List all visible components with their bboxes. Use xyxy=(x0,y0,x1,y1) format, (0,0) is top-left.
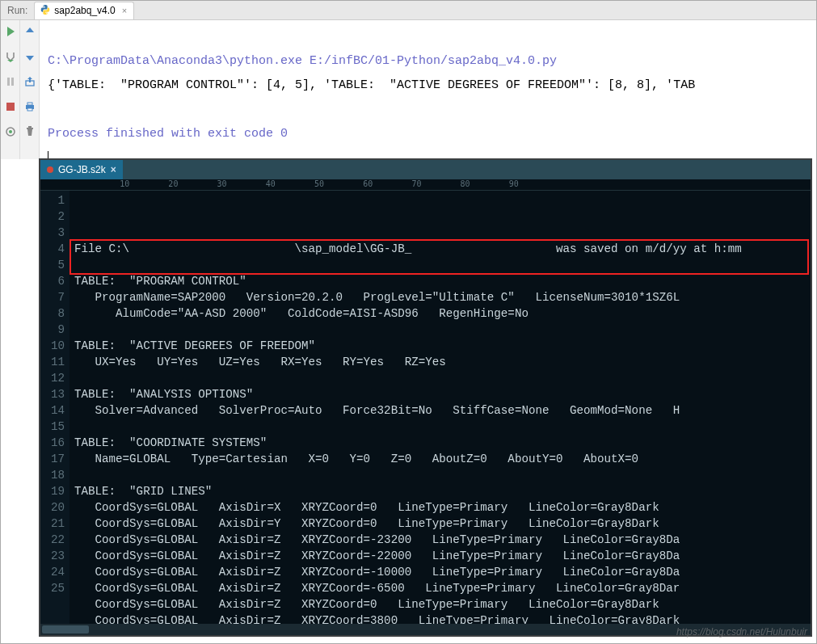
console-stdout: {'TABLE: "PROGRAM CONTROL"': [4, 5], 'TA… xyxy=(48,78,695,92)
line-number: 15 xyxy=(40,419,65,435)
code-line xyxy=(74,322,811,338)
line-number: 5 xyxy=(40,257,65,273)
console-finished: Process finished with exit code 0 xyxy=(48,127,288,141)
up-icon[interactable] xyxy=(23,25,36,40)
line-number: 4 xyxy=(40,241,65,257)
line-number: 12 xyxy=(40,370,65,386)
code-line: TABLE: "GRID LINES" xyxy=(74,483,811,499)
scrollbar-thumb[interactable] xyxy=(42,625,89,633)
code-line: AlumCode="AA-ASD 2000" ColdCode=AISI-ASD… xyxy=(74,305,811,322)
trash-icon[interactable] xyxy=(23,125,36,141)
ide-run-toolwindow: Run: sap2abq_v4.0 × C:\ProgramData\Anaco… xyxy=(1,1,816,159)
line-number: 20 xyxy=(40,499,65,516)
line-number: 8 xyxy=(40,305,65,322)
line-number: 6 xyxy=(40,273,65,289)
line-number: 21 xyxy=(40,516,65,532)
line-number: 18 xyxy=(40,467,65,483)
code-line xyxy=(74,419,811,435)
code-line: TABLE: "COORDINATE SYSTEMS" xyxy=(74,435,811,451)
line-number: 7 xyxy=(40,289,65,305)
run-gutter-left xyxy=(1,20,20,159)
code-line: CoordSys=GLOBAL AxisDir=Z XRYZCoord=3800… xyxy=(74,612,811,624)
line-number: 22 xyxy=(40,532,65,548)
run-tab-title: sap2abq_v4.0 xyxy=(54,5,115,16)
line-number: 11 xyxy=(40,354,65,370)
console-command: C:\ProgramData\Anaconda3\python.exe E:/i… xyxy=(48,54,557,68)
code-line: Solver=Advanced SolverProc=Auto Force32B… xyxy=(74,402,811,419)
down-icon[interactable] xyxy=(23,50,36,65)
line-number: 9 xyxy=(40,322,65,338)
line-number: 2 xyxy=(40,208,65,225)
line-number: 14 xyxy=(40,402,65,419)
python-icon xyxy=(40,4,51,18)
line-number: 10 xyxy=(40,338,65,354)
close-icon[interactable]: × xyxy=(122,6,127,15)
line-number: 17 xyxy=(40,451,65,467)
line-number: 16 xyxy=(40,435,65,451)
modified-dot-icon xyxy=(47,166,53,173)
code-line: CoordSys=GLOBAL AxisDir=Z XRYZCoord=-232… xyxy=(74,532,811,548)
line-number: 23 xyxy=(40,548,65,564)
code-line xyxy=(74,467,811,483)
code-line: CoordSys=GLOBAL AxisDir=Z XRYZCoord=-220… xyxy=(74,548,811,564)
run-tab[interactable]: sap2abq_v4.0 × xyxy=(34,2,134,19)
console-output[interactable]: C:\ProgramData\Anaconda3\python.exe E:/i… xyxy=(40,20,816,159)
editor-tabbar: GG-JB.s2k × xyxy=(40,160,811,179)
code-line: CoordSys=GLOBAL AxisDir=Y XRYZCoord=0 Li… xyxy=(74,516,811,532)
code-line xyxy=(74,370,811,386)
svg-point-6 xyxy=(9,130,12,133)
svg-rect-4 xyxy=(6,103,15,111)
stop-icon[interactable] xyxy=(4,100,17,116)
code-line: TABLE: "ANALYSIS OPTIONS" xyxy=(74,386,811,402)
code-line: CoordSys=GLOBAL AxisDir=Z XRYZCoord=-100… xyxy=(74,564,811,580)
code-line: Name=GLOBAL Type=Cartesian X=0 Y=0 Z=0 A… xyxy=(74,451,811,467)
line-number: 25 xyxy=(40,580,65,596)
editor-tab-title: GG-JB.s2k xyxy=(58,164,106,175)
pause-icon[interactable] xyxy=(4,75,17,90)
svg-rect-3 xyxy=(11,78,14,86)
run-icon[interactable] xyxy=(4,25,17,40)
code-area[interactable]: File C:\ \sap_model\GG-JB_ was saved on … xyxy=(69,191,811,624)
code-line: TABLE: "ACTIVE DEGREES OF FREEDOM" xyxy=(74,338,811,354)
svg-rect-9 xyxy=(27,103,32,105)
code-line: CoordSys=GLOBAL AxisDir=X XRYZCoord=0 Li… xyxy=(74,499,811,516)
code-line: TABLE: "PROGRAM CONTROL" xyxy=(74,273,811,289)
code-line: File C:\ \sap_model\GG-JB_ was saved on … xyxy=(74,241,811,257)
step-down-icon[interactable] xyxy=(4,50,17,65)
line-number: 1 xyxy=(40,192,65,208)
editor-tab[interactable]: GG-JB.s2k × xyxy=(40,160,123,179)
svg-rect-10 xyxy=(27,108,32,111)
code-line xyxy=(74,257,811,273)
column-ruler: 10 20 30 40 50 60 70 80 90 xyxy=(40,179,811,191)
svg-rect-2 xyxy=(7,78,10,86)
line-number-gutter: 1234567891011121314151617181920212223242… xyxy=(40,191,69,624)
run-label: Run: xyxy=(7,5,27,16)
code-line: UX=Yes UY=Yes UZ=Yes RX=Yes RY=Yes RZ=Ye… xyxy=(74,354,811,370)
debug-icon[interactable] xyxy=(4,125,17,141)
export-icon[interactable] xyxy=(23,75,36,90)
code-line: CoordSys=GLOBAL AxisDir=Z XRYZCoord=0 Li… xyxy=(74,596,811,612)
run-gutter-left2 xyxy=(20,20,40,159)
line-number: 19 xyxy=(40,483,65,499)
code-line: ProgramName=SAP2000 Version=20.2.0 ProgL… xyxy=(74,289,811,305)
run-tabbar: Run: sap2abq_v4.0 × xyxy=(1,1,816,20)
watermark: https://blog.csdn.net/Hulunbuir xyxy=(676,626,807,638)
svg-point-0 xyxy=(44,5,44,6)
svg-point-1 xyxy=(47,13,48,14)
code-line: CoordSys=GLOBAL AxisDir=Z XRYZCoord=-650… xyxy=(74,580,811,596)
close-icon[interactable]: × xyxy=(111,164,116,175)
print-icon[interactable] xyxy=(23,100,36,116)
text-editor: GG-JB.s2k × 10 20 30 40 50 60 70 80 90 1… xyxy=(39,158,812,637)
line-number: 3 xyxy=(40,225,65,241)
line-number: 13 xyxy=(40,386,65,402)
line-number: 24 xyxy=(40,564,65,580)
